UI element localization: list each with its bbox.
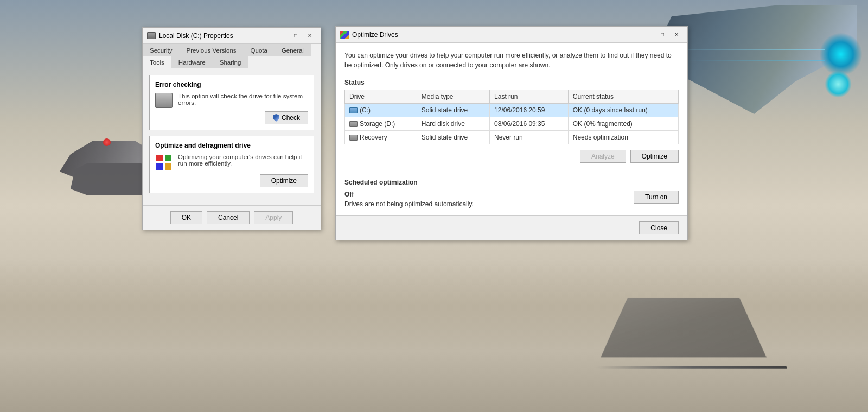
drive-cell: Storage (D:) [345, 117, 417, 131]
title-bar-left: Local Disk (C:) Properties [147, 32, 233, 40]
col-media-type: Media type [417, 90, 489, 104]
table-header-row: Drive Media type Last run Current status [345, 90, 679, 104]
tab-quota[interactable]: Quota [244, 44, 275, 56]
last-run-cell: 12/06/2016 20:59 [490, 104, 569, 117]
error-checking-btn-row: Check [155, 111, 308, 124]
optimize-properties-button[interactable]: Optimize [260, 174, 308, 187]
error-checking-description: This option will check the drive for fil… [178, 93, 308, 106]
status-label: Status [344, 79, 679, 86]
col-current-status: Current status [568, 90, 678, 104]
table-row[interactable]: Storage (D:)Hard disk drive08/06/2016 09… [345, 117, 679, 131]
tools-tab-content: Error checking This option will check th… [143, 68, 321, 205]
optimize-drives-window: Optimize Drives – □ ✕ You can optimize y… [335, 26, 688, 240]
optimize-maximize-button[interactable]: □ [656, 30, 669, 40]
tab-previous-versions[interactable]: Previous Versions [180, 44, 244, 56]
table-footer-buttons: Analyze Optimize [344, 150, 679, 163]
last-run-cell: 08/06/2016 09:35 [490, 117, 569, 131]
error-checking-content: This option will check the drive for fil… [155, 93, 308, 108]
optimize-section-description: Optimizing your computer's drives can he… [178, 154, 308, 167]
tab-general[interactable]: General [275, 44, 311, 56]
optimize-section-content: Optimizing your computer's drives can he… [155, 154, 308, 171]
properties-title-text: Local Disk (C:) Properties [159, 32, 233, 40]
last-run-cell: Never run [490, 131, 569, 144]
media-type-cell: Solid state drive [417, 104, 489, 117]
cancel-button[interactable]: Cancel [207, 211, 250, 224]
tab-hardware[interactable]: Hardware [171, 56, 213, 68]
tab-security[interactable]: Security [143, 44, 180, 56]
optimize-icon-br [165, 163, 171, 170]
scheduled-optimization-section: Scheduled optimization Off Drives are no… [344, 179, 679, 208]
optimize-title-icon [340, 31, 349, 39]
error-checking-title: Error checking [155, 81, 308, 88]
turn-on-button[interactable]: Turn on [634, 191, 679, 204]
optimize-icon-tr [165, 155, 171, 161]
optimize-main-content: You can optimize your drives to help you… [336, 43, 687, 215]
optimize-title-controls: – □ ✕ [642, 30, 683, 40]
media-type-cell: Solid state drive [417, 131, 489, 144]
close-footer: Close [336, 215, 687, 240]
table-row[interactable]: RecoverySolid state driveNever runNeeds … [345, 131, 679, 144]
scheduled-title: Scheduled optimization [344, 179, 679, 186]
ok-button[interactable]: OK [170, 211, 202, 224]
current-status-cell: Needs optimization [568, 131, 678, 144]
optimize-title-text: Optimize Drives [352, 31, 398, 39]
properties-tab-bar: Security Previous Versions Quota General… [143, 44, 321, 68]
properties-title-icon [147, 32, 156, 39]
properties-minimize-button[interactable]: – [275, 31, 288, 41]
tab-sharing[interactable]: Sharing [213, 56, 248, 68]
table-row[interactable]: (C:)Solid state drive12/06/2016 20:59OK … [345, 104, 679, 117]
optimize-title-left: Optimize Drives [340, 31, 398, 39]
shield-icon [273, 114, 279, 122]
optimize-section-title: Optimize and defragment drive [155, 142, 308, 149]
check-button[interactable]: Check [265, 111, 308, 124]
drive-cell: (C:) [345, 104, 417, 117]
analyze-button[interactable]: Analyze [580, 150, 626, 163]
optimize-icon-tl [156, 155, 163, 161]
hdd-icon [349, 135, 358, 141]
properties-window: Local Disk (C:) Properties – □ ✕ Securit… [142, 27, 321, 230]
col-last-run: Last run [490, 90, 569, 104]
properties-title-bar[interactable]: Local Disk (C:) Properties – □ ✕ [143, 28, 321, 44]
current-status-cell: OK (0% fragmented) [568, 117, 678, 131]
optimize-icon-bl [156, 163, 163, 170]
close-button[interactable]: Close [639, 221, 679, 234]
apply-button[interactable]: Apply [254, 211, 293, 224]
error-checking-section: Error checking This option will check th… [149, 75, 314, 130]
optimize-drives-button[interactable]: Optimize [630, 150, 679, 163]
col-drive: Drive [345, 90, 417, 104]
divider [344, 172, 679, 172]
properties-close-button[interactable]: ✕ [303, 31, 316, 41]
optimize-close-x-button[interactable]: ✕ [670, 30, 683, 40]
optimize-btn-row: Optimize [155, 174, 308, 187]
hdd-icon [349, 121, 358, 127]
properties-footer: OK Cancel Apply [143, 205, 321, 230]
media-type-cell: Hard disk drive [417, 117, 489, 131]
disk-icon [155, 93, 173, 108]
optimize-description: You can optimize your drives to help you… [344, 50, 679, 70]
optimize-icon [155, 154, 173, 171]
tab-tools[interactable]: Tools [143, 56, 171, 68]
scheduled-status: Off [344, 191, 474, 198]
drive-cell: Recovery [345, 131, 417, 144]
title-bar-controls: – □ ✕ [275, 31, 316, 41]
current-status-cell: OK (0 days since last run) [568, 104, 678, 117]
optimize-section: Optimize and defragment drive Optimizing… [149, 136, 314, 193]
optimize-title-bar[interactable]: Optimize Drives – □ ✕ [336, 27, 687, 43]
optimize-minimize-button[interactable]: – [642, 30, 655, 40]
ssd-icon [349, 107, 358, 113]
drives-table: Drive Media type Last run Current status… [344, 90, 679, 144]
scheduled-row: Off Drives are not being optimized autom… [344, 191, 679, 208]
scheduled-info: Off Drives are not being optimized autom… [344, 191, 474, 208]
scheduled-description: Drives are not being optimized automatic… [344, 200, 474, 208]
properties-maximize-button[interactable]: □ [289, 31, 302, 41]
